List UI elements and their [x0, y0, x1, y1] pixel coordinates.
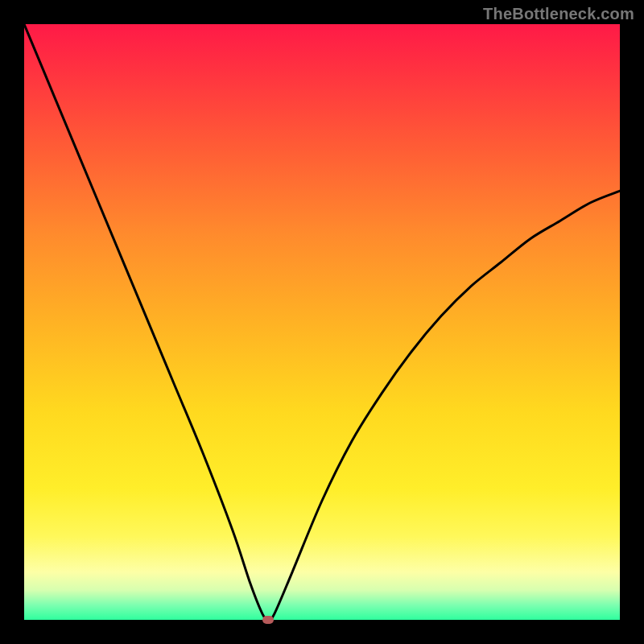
optimal-point-marker — [262, 616, 274, 624]
bottleneck-curve — [24, 24, 620, 620]
plot-area — [24, 24, 620, 620]
chart-frame: TheBottleneck.com — [0, 0, 644, 644]
watermark-text: TheBottleneck.com — [483, 5, 634, 23]
